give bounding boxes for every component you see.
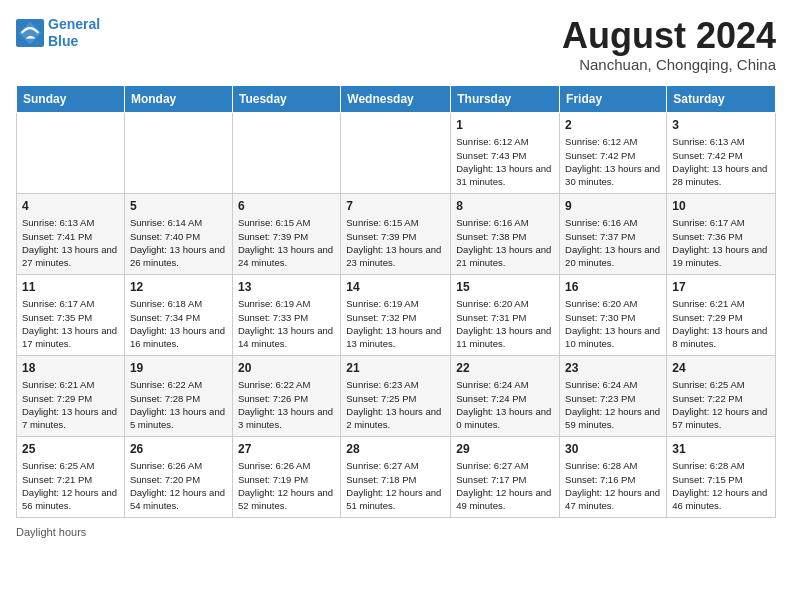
day-info: Sunrise: 6:22 AMSunset: 7:28 PMDaylight:… bbox=[130, 378, 227, 431]
day-info: Sunrise: 6:28 AMSunset: 7:16 PMDaylight:… bbox=[565, 459, 661, 512]
day-cell: 11Sunrise: 6:17 AMSunset: 7:35 PMDayligh… bbox=[17, 274, 125, 355]
week-row-2: 4Sunrise: 6:13 AMSunset: 7:41 PMDaylight… bbox=[17, 193, 776, 274]
day-number: 13 bbox=[238, 279, 335, 296]
day-number: 31 bbox=[672, 441, 770, 458]
day-cell bbox=[124, 112, 232, 193]
col-header-sunday: Sunday bbox=[17, 85, 125, 112]
day-info: Sunrise: 6:23 AMSunset: 7:25 PMDaylight:… bbox=[346, 378, 445, 431]
day-cell: 3Sunrise: 6:13 AMSunset: 7:42 PMDaylight… bbox=[667, 112, 776, 193]
day-info: Sunrise: 6:21 AMSunset: 7:29 PMDaylight:… bbox=[672, 297, 770, 350]
day-cell: 29Sunrise: 6:27 AMSunset: 7:17 PMDayligh… bbox=[451, 436, 560, 517]
day-number: 15 bbox=[456, 279, 554, 296]
day-cell: 21Sunrise: 6:23 AMSunset: 7:25 PMDayligh… bbox=[341, 355, 451, 436]
day-number: 17 bbox=[672, 279, 770, 296]
col-header-monday: Monday bbox=[124, 85, 232, 112]
day-number: 9 bbox=[565, 198, 661, 215]
day-cell bbox=[341, 112, 451, 193]
day-cell: 20Sunrise: 6:22 AMSunset: 7:26 PMDayligh… bbox=[232, 355, 340, 436]
day-cell: 24Sunrise: 6:25 AMSunset: 7:22 PMDayligh… bbox=[667, 355, 776, 436]
day-cell: 30Sunrise: 6:28 AMSunset: 7:16 PMDayligh… bbox=[560, 436, 667, 517]
day-cell: 17Sunrise: 6:21 AMSunset: 7:29 PMDayligh… bbox=[667, 274, 776, 355]
day-number: 27 bbox=[238, 441, 335, 458]
calendar-table: SundayMondayTuesdayWednesdayThursdayFrid… bbox=[16, 85, 776, 518]
logo-icon bbox=[16, 19, 44, 47]
day-cell: 9Sunrise: 6:16 AMSunset: 7:37 PMDaylight… bbox=[560, 193, 667, 274]
day-number: 23 bbox=[565, 360, 661, 377]
day-number: 22 bbox=[456, 360, 554, 377]
day-cell: 5Sunrise: 6:14 AMSunset: 7:40 PMDaylight… bbox=[124, 193, 232, 274]
day-info: Sunrise: 6:19 AMSunset: 7:32 PMDaylight:… bbox=[346, 297, 445, 350]
day-info: Sunrise: 6:26 AMSunset: 7:19 PMDaylight:… bbox=[238, 459, 335, 512]
day-info: Sunrise: 6:20 AMSunset: 7:30 PMDaylight:… bbox=[565, 297, 661, 350]
day-cell: 26Sunrise: 6:26 AMSunset: 7:20 PMDayligh… bbox=[124, 436, 232, 517]
day-number: 28 bbox=[346, 441, 445, 458]
day-info: Sunrise: 6:20 AMSunset: 7:31 PMDaylight:… bbox=[456, 297, 554, 350]
day-cell: 27Sunrise: 6:26 AMSunset: 7:19 PMDayligh… bbox=[232, 436, 340, 517]
day-info: Sunrise: 6:24 AMSunset: 7:23 PMDaylight:… bbox=[565, 378, 661, 431]
day-number: 29 bbox=[456, 441, 554, 458]
logo-text: General Blue bbox=[48, 16, 100, 50]
day-cell: 25Sunrise: 6:25 AMSunset: 7:21 PMDayligh… bbox=[17, 436, 125, 517]
day-info: Sunrise: 6:27 AMSunset: 7:17 PMDaylight:… bbox=[456, 459, 554, 512]
day-number: 4 bbox=[22, 198, 119, 215]
day-number: 30 bbox=[565, 441, 661, 458]
week-row-1: 1Sunrise: 6:12 AMSunset: 7:43 PMDaylight… bbox=[17, 112, 776, 193]
day-cell: 15Sunrise: 6:20 AMSunset: 7:31 PMDayligh… bbox=[451, 274, 560, 355]
day-cell: 13Sunrise: 6:19 AMSunset: 7:33 PMDayligh… bbox=[232, 274, 340, 355]
day-number: 25 bbox=[22, 441, 119, 458]
footer-label: Daylight hours bbox=[16, 526, 86, 538]
day-cell: 14Sunrise: 6:19 AMSunset: 7:32 PMDayligh… bbox=[341, 274, 451, 355]
day-number: 6 bbox=[238, 198, 335, 215]
col-header-thursday: Thursday bbox=[451, 85, 560, 112]
day-number: 5 bbox=[130, 198, 227, 215]
day-cell: 8Sunrise: 6:16 AMSunset: 7:38 PMDaylight… bbox=[451, 193, 560, 274]
day-info: Sunrise: 6:12 AMSunset: 7:43 PMDaylight:… bbox=[456, 135, 554, 188]
day-number: 12 bbox=[130, 279, 227, 296]
day-cell: 1Sunrise: 6:12 AMSunset: 7:43 PMDaylight… bbox=[451, 112, 560, 193]
header: General Blue August 2024 Nanchuan, Chong… bbox=[16, 16, 776, 73]
day-cell: 16Sunrise: 6:20 AMSunset: 7:30 PMDayligh… bbox=[560, 274, 667, 355]
week-row-5: 25Sunrise: 6:25 AMSunset: 7:21 PMDayligh… bbox=[17, 436, 776, 517]
day-number: 1 bbox=[456, 117, 554, 134]
day-cell: 31Sunrise: 6:28 AMSunset: 7:15 PMDayligh… bbox=[667, 436, 776, 517]
col-header-wednesday: Wednesday bbox=[341, 85, 451, 112]
day-number: 11 bbox=[22, 279, 119, 296]
day-info: Sunrise: 6:21 AMSunset: 7:29 PMDaylight:… bbox=[22, 378, 119, 431]
day-cell bbox=[17, 112, 125, 193]
day-info: Sunrise: 6:19 AMSunset: 7:33 PMDaylight:… bbox=[238, 297, 335, 350]
day-info: Sunrise: 6:14 AMSunset: 7:40 PMDaylight:… bbox=[130, 216, 227, 269]
day-number: 24 bbox=[672, 360, 770, 377]
col-header-saturday: Saturday bbox=[667, 85, 776, 112]
day-info: Sunrise: 6:27 AMSunset: 7:18 PMDaylight:… bbox=[346, 459, 445, 512]
day-cell: 23Sunrise: 6:24 AMSunset: 7:23 PMDayligh… bbox=[560, 355, 667, 436]
day-info: Sunrise: 6:28 AMSunset: 7:15 PMDaylight:… bbox=[672, 459, 770, 512]
day-number: 21 bbox=[346, 360, 445, 377]
day-info: Sunrise: 6:13 AMSunset: 7:41 PMDaylight:… bbox=[22, 216, 119, 269]
day-info: Sunrise: 6:12 AMSunset: 7:42 PMDaylight:… bbox=[565, 135, 661, 188]
day-number: 7 bbox=[346, 198, 445, 215]
day-cell: 4Sunrise: 6:13 AMSunset: 7:41 PMDaylight… bbox=[17, 193, 125, 274]
day-number: 18 bbox=[22, 360, 119, 377]
day-cell: 2Sunrise: 6:12 AMSunset: 7:42 PMDaylight… bbox=[560, 112, 667, 193]
logo-line2: Blue bbox=[48, 33, 78, 49]
day-info: Sunrise: 6:17 AMSunset: 7:35 PMDaylight:… bbox=[22, 297, 119, 350]
day-info: Sunrise: 6:13 AMSunset: 7:42 PMDaylight:… bbox=[672, 135, 770, 188]
week-row-4: 18Sunrise: 6:21 AMSunset: 7:29 PMDayligh… bbox=[17, 355, 776, 436]
day-info: Sunrise: 6:18 AMSunset: 7:34 PMDaylight:… bbox=[130, 297, 227, 350]
day-number: 3 bbox=[672, 117, 770, 134]
day-cell: 28Sunrise: 6:27 AMSunset: 7:18 PMDayligh… bbox=[341, 436, 451, 517]
day-cell: 12Sunrise: 6:18 AMSunset: 7:34 PMDayligh… bbox=[124, 274, 232, 355]
col-header-friday: Friday bbox=[560, 85, 667, 112]
day-info: Sunrise: 6:26 AMSunset: 7:20 PMDaylight:… bbox=[130, 459, 227, 512]
logo: General Blue bbox=[16, 16, 100, 50]
day-cell bbox=[232, 112, 340, 193]
day-number: 16 bbox=[565, 279, 661, 296]
col-header-tuesday: Tuesday bbox=[232, 85, 340, 112]
day-info: Sunrise: 6:15 AMSunset: 7:39 PMDaylight:… bbox=[238, 216, 335, 269]
day-number: 2 bbox=[565, 117, 661, 134]
day-info: Sunrise: 6:16 AMSunset: 7:38 PMDaylight:… bbox=[456, 216, 554, 269]
location: Nanchuan, Chongqing, China bbox=[562, 56, 776, 73]
day-number: 14 bbox=[346, 279, 445, 296]
day-cell: 18Sunrise: 6:21 AMSunset: 7:29 PMDayligh… bbox=[17, 355, 125, 436]
day-number: 10 bbox=[672, 198, 770, 215]
